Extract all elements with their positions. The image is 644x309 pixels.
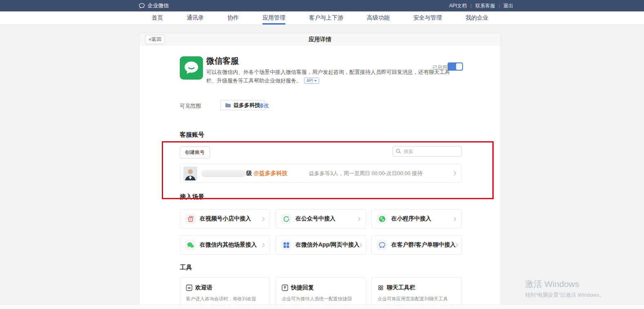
- chevron-right-icon: [262, 217, 265, 221]
- scene-label: 在小程序中接入: [391, 215, 431, 222]
- primary-nav: 首页 通讯录 协作 应用管理 客户与上下游 高级功能 安全与管理 我的企业: [0, 11, 644, 25]
- nav-security[interactable]: 安全与管理: [413, 11, 442, 24]
- accounts-section-title: 客服账号: [180, 131, 204, 139]
- api-badge-label: API: [307, 76, 313, 85]
- scene-label: 在微信内其他场景接入: [200, 241, 257, 249]
- app-grid-icon: [281, 240, 291, 250]
- official-account-icon: [281, 213, 291, 224]
- enabled-status-label: 已启用: [432, 64, 447, 71]
- toolbar-icon: [377, 285, 384, 291]
- screen: 企业微信 API文档 | 联系客服 | 退出 首页 通讯录 协作 应用管理 客户…: [0, 0, 644, 309]
- nav-contacts[interactable]: 通讯录: [187, 11, 204, 24]
- svg-text:∞: ∞: [190, 218, 191, 220]
- account-avatar: [183, 167, 197, 180]
- channels-shop-icon: ∞: [185, 213, 196, 224]
- scene-label: 在公众号中接入: [296, 215, 335, 222]
- nav-advanced[interactable]: 高级功能: [367, 11, 390, 24]
- scene-card-customer-chat[interactable]: 在客户群/客户单聊中接入: [371, 235, 462, 255]
- scene-card-official-account[interactable]: 在公众号中接入: [276, 209, 366, 229]
- watermark-title: 激活 Windows: [525, 278, 604, 290]
- nav-collaboration[interactable]: 协作: [227, 11, 239, 24]
- brand: 企业微信: [139, 0, 169, 11]
- watermark-subtitle: 转到“电脑设置”以激活 Windows。: [525, 291, 604, 299]
- account-name-redacted: [201, 170, 245, 177]
- mini-program-icon: [377, 213, 387, 224]
- account-mention: @益多多科技: [254, 170, 288, 177]
- bottom-edge-strip: [0, 305, 644, 309]
- customer-service-account-row[interactable]: 级 @益多多科技 益多多等3人，周一至周日 00:00-次日00:00 接待: [180, 164, 462, 183]
- nav-customers[interactable]: 客户与上下游: [309, 11, 343, 24]
- tool-title: 欢迎语: [195, 284, 212, 291]
- detail-header: «返回 应用详情: [139, 33, 501, 45]
- topbar: 企业微信 API文档 | 联系客服 | 退出: [0, 0, 644, 11]
- nav-home[interactable]: 首页: [152, 11, 163, 24]
- app-enabled-toggle[interactable]: [448, 62, 463, 71]
- scene-card-channels-shop[interactable]: ∞ 在视频号小店中接入: [180, 209, 270, 229]
- edit-visible-range-link[interactable]: 修改: [258, 102, 269, 109]
- divider: |: [498, 3, 500, 8]
- logout-link[interactable]: 退出: [503, 2, 513, 9]
- scene-label: 在视频号小店中接入: [200, 215, 251, 222]
- tool-title: 聊天工具栏: [387, 284, 415, 291]
- scene-grid: ∞ 在视频号小店中接入 在公众号中接入 在小程序中接入: [180, 209, 462, 255]
- divider: |: [470, 3, 472, 8]
- wechat-icon: [185, 240, 196, 250]
- search-icon: [396, 149, 401, 154]
- wecom-logo-icon: [139, 2, 145, 9]
- welcome-icon: HI: [186, 285, 192, 291]
- account-detail: 益多多等3人，周一至周日 00:00-次日00:00 接待: [309, 170, 423, 177]
- api-badge[interactable]: API: [304, 78, 319, 84]
- scene-card-external-app[interactable]: 在微信外App/网页中接入: [276, 235, 366, 255]
- quick-reply-icon: [282, 285, 288, 291]
- chevron-right-icon: [454, 217, 457, 221]
- folder-icon: [225, 103, 231, 108]
- scene-card-wechat-other[interactable]: 在微信内其他场景接入: [180, 235, 270, 255]
- visible-range-label: 可见范围: [180, 102, 201, 110]
- wechat-customer-service-icon: [180, 56, 203, 80]
- topbar-links: API文档 | 联系客服 | 退出: [449, 0, 513, 11]
- create-account-button[interactable]: 创建账号: [180, 147, 210, 158]
- scenes-section-title: 接入场景: [180, 193, 204, 201]
- nav-my-company[interactable]: 我的企业: [465, 11, 488, 24]
- chevron-right-icon: [358, 217, 361, 221]
- caret-down-icon: [314, 80, 317, 82]
- app-description-text: 可以在微信内、外各个场景中接入微信客服，用户发起咨询，配置接待人员即可回复消息，…: [206, 69, 450, 84]
- page-title: 应用详情: [309, 36, 331, 43]
- chevron-right-icon: [262, 243, 265, 247]
- app-detail-panel: «返回 应用详情 微信客服 可以在微信内、外各个场景中接入微信客服，用户发起咨询…: [139, 33, 501, 309]
- visible-range-chip: 益多多科技: [221, 100, 265, 110]
- chevron-right-icon: [456, 243, 459, 247]
- scene-label: 在客户群/客户单聊中接入: [391, 241, 456, 249]
- account-search-input[interactable]: [393, 146, 462, 157]
- scene-label: 在微信外App/网页中接入: [296, 241, 359, 249]
- chevron-right-icon: [453, 171, 457, 176]
- tools-section-title: 工具: [180, 264, 192, 271]
- tool-title: 快捷回复: [291, 284, 314, 291]
- nav-app-management[interactable]: 应用管理: [262, 11, 285, 24]
- account-search: [393, 146, 462, 157]
- app-name: 微信客服: [206, 56, 239, 67]
- api-docs-link[interactable]: API文档: [449, 2, 467, 9]
- scene-card-mini-program[interactable]: 在小程序中接入: [371, 209, 462, 229]
- toggle-knob: [456, 63, 462, 70]
- brand-label: 企业微信: [148, 2, 169, 9]
- svg-text:HI: HI: [188, 287, 191, 289]
- back-button[interactable]: «返回: [145, 35, 165, 44]
- chevron-right-icon: [359, 243, 362, 247]
- windows-activation-watermark: 激活 Windows 转到“电脑设置”以激活 Windows。: [525, 278, 604, 299]
- app-description: 可以在微信内、外各个场景中接入微信客服，用户发起咨询，配置接待人员即可回复消息，…: [206, 68, 451, 85]
- contact-support-link[interactable]: 联系客服: [475, 2, 495, 9]
- account-name-suffix: 级: [246, 170, 252, 177]
- chat-bubble-icon: [377, 240, 387, 250]
- visible-range-value: 益多多科技: [234, 102, 260, 109]
